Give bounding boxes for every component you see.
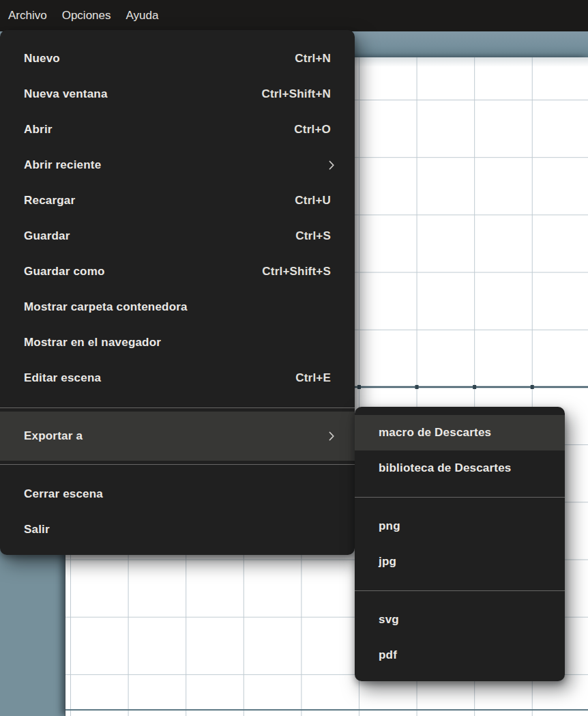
menu-item-jpg[interactable]: jpg xyxy=(355,544,565,579)
menu-item-mostrar-en-el-navegador[interactable]: Mostrar en el navegador xyxy=(0,325,355,360)
menu-item-shortcut: Ctrl+S xyxy=(295,229,331,243)
chevron-right-icon xyxy=(328,431,335,442)
menu-item-nueva-ventana[interactable]: Nueva ventana Ctrl+Shift+N xyxy=(0,76,355,112)
menu-item-mostrar-carpeta-contenedora[interactable]: Mostrar carpeta contenedora xyxy=(0,289,355,325)
file-menu-dropdown: Nuevo Ctrl+N Nueva ventana Ctrl+Shift+N … xyxy=(0,30,355,555)
menu-item-label: biblioteca de Descartes xyxy=(379,461,512,475)
menu-item-guardar-como[interactable]: Guardar como Ctrl+Shift+S xyxy=(0,254,355,289)
menu-separator xyxy=(355,590,565,591)
menu-item-recargar[interactable]: Recargar Ctrl+U xyxy=(0,183,355,218)
menubar-item-ayuda[interactable]: Ayuda xyxy=(119,0,166,31)
menu-item-label: Cerrar escena xyxy=(24,487,103,501)
menu-item-label: Salir xyxy=(24,523,50,536)
menu-item-macro-de-descartes[interactable]: macro de Descartes xyxy=(355,415,565,450)
menu-item-cerrar-escena[interactable]: Cerrar escena xyxy=(0,476,355,512)
menu-separator xyxy=(0,407,355,408)
menu-item-shortcut: Ctrl+Shift+S xyxy=(262,265,331,278)
menu-item-abrir-reciente[interactable]: Abrir reciente xyxy=(0,147,355,183)
menu-item-svg[interactable]: svg xyxy=(355,602,565,638)
menu-item-label: svg xyxy=(379,613,399,627)
menu-item-biblioteca-de-descartes[interactable]: biblioteca de Descartes xyxy=(355,450,565,486)
menu-item-label: Exportar a xyxy=(24,429,83,443)
menu-item-label: Mostrar carpeta contenedora xyxy=(24,300,188,314)
menu-item-shortcut: Ctrl+U xyxy=(295,194,331,207)
menu-item-label: jpg xyxy=(379,555,396,569)
menu-item-label: Guardar xyxy=(24,229,70,243)
menu-item-shortcut: Ctrl+E xyxy=(295,371,331,385)
menu-item-pdf[interactable]: pdf xyxy=(355,638,565,673)
menu-item-abrir[interactable]: Abrir Ctrl+O xyxy=(0,112,355,147)
menu-bar: Archivo Opciones Ayuda xyxy=(0,0,588,31)
export-submenu: macro de Descartes biblioteca de Descart… xyxy=(355,407,565,681)
menu-item-label: Guardar como xyxy=(24,265,105,278)
menu-item-label: Mostrar en el navegador xyxy=(24,336,161,349)
menu-item-salir[interactable]: Salir xyxy=(0,512,355,547)
chevron-right-icon xyxy=(328,160,335,171)
menubar-item-archivo[interactable]: Archivo xyxy=(1,0,55,31)
menu-item-label: png xyxy=(379,519,400,533)
menu-item-label: pdf xyxy=(379,648,397,662)
menu-item-label: Editar escena xyxy=(24,371,101,385)
menu-item-label: macro de Descartes xyxy=(379,426,491,440)
menu-item-shortcut: Ctrl+O xyxy=(294,123,331,137)
menu-item-label: Abrir xyxy=(24,123,53,137)
menu-item-label: Abrir reciente xyxy=(24,158,101,172)
menu-item-shortcut: Ctrl+N xyxy=(295,52,331,66)
menu-item-exportar-a[interactable]: Exportar a xyxy=(0,412,355,461)
menubar-item-label: Opciones xyxy=(62,9,111,22)
menu-item-shortcut: Ctrl+Shift+N xyxy=(261,87,331,101)
menu-item-label: Nuevo xyxy=(24,52,60,66)
menu-item-label: Nueva ventana xyxy=(24,87,108,101)
scene-bottom-border xyxy=(65,709,588,711)
menu-item-guardar[interactable]: Guardar Ctrl+S xyxy=(0,218,355,254)
menu-item-label: Recargar xyxy=(24,194,75,207)
menu-separator xyxy=(0,464,355,465)
menu-separator xyxy=(355,497,565,498)
menu-item-png[interactable]: png xyxy=(355,509,565,544)
menu-item-nuevo[interactable]: Nuevo Ctrl+N xyxy=(0,41,355,76)
menu-item-editar-escena[interactable]: Editar escena Ctrl+E xyxy=(0,360,355,396)
menubar-item-opciones[interactable]: Opciones xyxy=(55,0,119,31)
menubar-item-label: Ayuda xyxy=(126,9,159,22)
menubar-item-label: Archivo xyxy=(8,9,47,22)
